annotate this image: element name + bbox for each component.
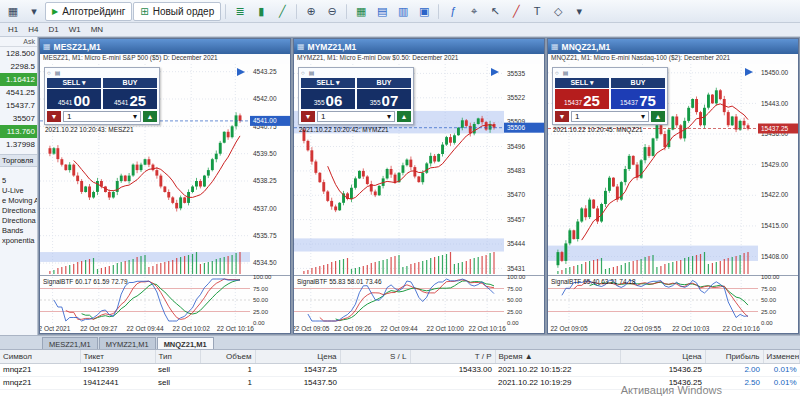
maximize-window-icon[interactable]: ▣ bbox=[414, 2, 434, 21]
tile-windows-icon[interactable]: ▤ bbox=[372, 2, 392, 21]
column-header[interactable]: Тикет bbox=[80, 350, 155, 363]
sell-button[interactable]: SELL ▾ bbox=[555, 78, 609, 88]
volume-increase-button[interactable]: ▲ bbox=[651, 111, 665, 122]
bar-chart-icon[interactable]: ≣ bbox=[230, 2, 250, 21]
buy-price[interactable]: 35507 bbox=[357, 89, 411, 109]
volume-select[interactable]: 1▾ bbox=[571, 111, 649, 122]
column-header[interactable]: S / L bbox=[340, 350, 410, 363]
more-tools-icon[interactable]: ▾ bbox=[569, 2, 589, 21]
toolbar-separator[interactable] bbox=[296, 4, 297, 19]
shapes-icon[interactable]: ◇ bbox=[548, 2, 568, 21]
sort-asc-icon: ▲ bbox=[525, 352, 533, 361]
column-header[interactable]: Время ▲ bbox=[495, 350, 620, 363]
market-watch-row[interactable]: 15437.7 bbox=[0, 99, 37, 112]
navigator-item[interactable]: Directiona bbox=[0, 206, 37, 215]
navigator-item[interactable]: 5 bbox=[0, 176, 37, 185]
column-header[interactable]: Прибыль bbox=[705, 350, 763, 363]
cascade-windows-icon[interactable]: ▥ bbox=[393, 2, 413, 21]
sell-button[interactable]: SELL ▾ bbox=[301, 78, 355, 88]
sell-price[interactable]: 35506 bbox=[301, 89, 355, 109]
navigator-item[interactable]: e Moving A bbox=[0, 196, 37, 205]
toolbar-separator[interactable] bbox=[225, 4, 226, 19]
svg-text:4542.00: 4542.00 bbox=[253, 95, 277, 102]
column-header[interactable]: Изменение bbox=[763, 350, 800, 363]
volume-decrease-button[interactable]: ▼ bbox=[301, 111, 315, 122]
buy-button[interactable]: BUY bbox=[357, 78, 411, 88]
sell-button[interactable]: SELL ▾ bbox=[47, 78, 101, 88]
toolbar-separator[interactable] bbox=[346, 4, 347, 19]
volume-decrease-button[interactable]: ▼ bbox=[555, 111, 569, 122]
timeframes-bar: H1H4D1W1MN bbox=[0, 23, 800, 37]
volume-select[interactable]: 1▾ bbox=[63, 111, 141, 122]
buy-button[interactable]: BUY bbox=[103, 78, 157, 88]
chart-tab[interactable]: MNQZ21,M1 bbox=[157, 337, 214, 349]
ask-column-header[interactable]: Ask bbox=[0, 37, 37, 47]
algo-trading-button[interactable]: ▶Алготрейдинг bbox=[45, 2, 132, 21]
new-order-button[interactable]: ⊞Новый ордер bbox=[133, 2, 221, 21]
one-click-trading-panel: ○▤ SELL ▾ BUY 35506 35507 ▼ 1▾ ▲ bbox=[298, 67, 414, 125]
chart-plot-area[interactable]: 22 Oct 09:0522 Oct 09:2622 Oct 09:4422 O… bbox=[294, 64, 544, 333]
svg-text:22 Oct 09:44: 22 Oct 09:44 bbox=[126, 325, 164, 332]
navigator-item[interactable]: xponentia bbox=[0, 236, 37, 245]
column-header[interactable]: Символ bbox=[0, 350, 80, 363]
chart-titlebar[interactable]: ▦MYMZ21,M1 bbox=[294, 39, 544, 54]
timeframe-button[interactable]: D1 bbox=[44, 24, 62, 35]
market-watch-row[interactable]: 35507 bbox=[0, 112, 37, 125]
volume-decrease-button[interactable]: ▼ bbox=[47, 111, 61, 122]
chart-plot-area[interactable]: 22 Oct 202122 Oct 09:2722 Oct 09:4422 Oc… bbox=[40, 64, 290, 333]
svg-text:15450.00: 15450.00 bbox=[761, 69, 788, 76]
cursor-icon[interactable]: ↖ bbox=[485, 2, 505, 21]
navigator-item[interactable]: U-Live bbox=[0, 186, 37, 195]
plus-icon: ⊞ bbox=[140, 6, 148, 17]
indicators-icon[interactable]: ƒ bbox=[443, 2, 463, 21]
chart-profiles-dropdown-icon[interactable]: ▾ bbox=[24, 2, 44, 21]
market-watch-row[interactable]: 1.37998 bbox=[0, 138, 37, 151]
buy-button[interactable]: BUY bbox=[611, 78, 665, 88]
volume-select[interactable]: 1▾ bbox=[317, 111, 395, 122]
column-header[interactable]: Объем bbox=[200, 350, 255, 363]
zoom-in-icon[interactable]: ⊕ bbox=[301, 2, 321, 21]
timeframe-button[interactable]: MN bbox=[87, 24, 107, 35]
market-watch-row[interactable]: 128.500 bbox=[0, 47, 37, 60]
buy-price[interactable]: 454125 bbox=[103, 89, 157, 109]
trade-tab[interactable]: Торговля bbox=[0, 154, 37, 167]
column-header[interactable]: Цена bbox=[620, 350, 705, 363]
market-watch-row[interactable]: 2298.5 bbox=[0, 60, 37, 73]
crosshair-icon[interactable]: ⌖ bbox=[464, 2, 484, 21]
navigator-item[interactable]: Bands bbox=[0, 226, 37, 235]
sell-price[interactable]: 454100 bbox=[47, 89, 101, 109]
market-watch-row[interactable]: 1.16412 bbox=[0, 73, 37, 86]
trade-panel: СимволТикетТипОбъемЦенаS / LT / PВремя ▲… bbox=[0, 349, 800, 402]
zoom-out-icon[interactable]: ⊖ bbox=[322, 2, 342, 21]
position-row[interactable]: mnqz2119412399sell115437.2515433.002021.… bbox=[0, 363, 800, 376]
chart-plot-area[interactable]: 22 Oct 09:0522 Oct 09:5522 Oct 10:0322 O… bbox=[548, 64, 798, 333]
volume-increase-button[interactable]: ▲ bbox=[397, 111, 411, 122]
svg-text:100.00: 100.00 bbox=[761, 274, 780, 280]
mt5-terminal: ▦▾ ▶Алготрейдинг ⊞Новый ордер ≣▮╱⊕⊖▦▤▥▣ƒ… bbox=[0, 0, 800, 402]
svg-text:22 Oct 10:00: 22 Oct 10:00 bbox=[427, 325, 465, 332]
column-header[interactable]: Тип bbox=[155, 350, 200, 363]
column-header[interactable]: Цена bbox=[255, 350, 340, 363]
timeframe-button[interactable]: H1 bbox=[4, 24, 22, 35]
new-chart-icon[interactable]: ▦ bbox=[3, 2, 23, 21]
column-header[interactable]: T / P bbox=[410, 350, 495, 363]
market-watch-row[interactable]: 113.760 bbox=[0, 125, 37, 138]
sell-price[interactable]: 1543725 bbox=[555, 89, 609, 109]
volume-increase-button[interactable]: ▲ bbox=[143, 111, 157, 122]
chart-tab[interactable]: MYMZ21,M1 bbox=[99, 337, 156, 349]
timeframe-button[interactable]: H4 bbox=[24, 24, 42, 35]
candlestick-chart-icon[interactable]: ▮ bbox=[251, 2, 271, 21]
text-label-icon[interactable]: T bbox=[527, 2, 547, 21]
buy-price[interactable]: 1543775 bbox=[611, 89, 665, 109]
chart-titlebar[interactable]: ▦MESZ21,M1 bbox=[40, 39, 290, 54]
market-watch-row[interactable]: 4541.25 bbox=[0, 86, 37, 99]
navigator-item[interactable]: Directiona bbox=[0, 216, 37, 225]
svg-text:25.00: 25.00 bbox=[253, 309, 269, 315]
line-chart-icon[interactable]: ╱ bbox=[272, 2, 292, 21]
trendline-icon[interactable]: ╱ bbox=[506, 2, 526, 21]
grid-icon[interactable]: ▦ bbox=[351, 2, 371, 21]
toolbar-separator[interactable] bbox=[438, 4, 439, 19]
timeframe-button[interactable]: W1 bbox=[65, 24, 85, 35]
chart-tab[interactable]: MESZ21,M1 bbox=[42, 337, 98, 349]
chart-titlebar[interactable]: ▦MNQZ21,M1 bbox=[548, 39, 798, 54]
